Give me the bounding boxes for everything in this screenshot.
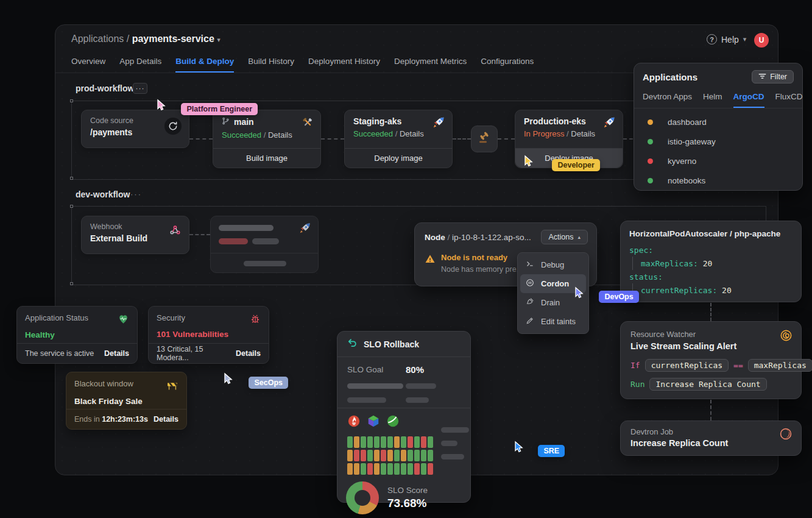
nav-tab[interactable]: Overview	[71, 57, 105, 73]
blackout-details-link[interactable]: Details	[154, 415, 178, 424]
staging-details-link[interactable]: Details	[400, 129, 424, 138]
production-name: Production-eks	[524, 116, 614, 126]
slo-grid-cell	[381, 463, 386, 475]
rocket-icon	[299, 222, 311, 236]
dev-workflow-menu-button[interactable]: ···	[130, 190, 142, 199]
app-switcher-chevron-icon[interactable]: ▾	[217, 36, 221, 43]
node-name: ip-10-8-1-122.ap-so...	[452, 233, 531, 242]
slo-rollback-panel: SLO Rollback SLO Goal 80% SLO Score 73.6…	[337, 331, 471, 503]
skeleton-bar	[244, 261, 286, 266]
skeleton-bar	[441, 441, 457, 446]
slo-grid-cell	[387, 463, 393, 475]
slo-grid-cell	[381, 436, 386, 448]
run-keyword: Run	[630, 380, 644, 389]
help-icon: ?	[707, 34, 717, 44]
devtron-job-title: Devtron Job	[630, 427, 791, 436]
slo-grid-cell	[414, 450, 420, 461]
slo-grid-cell	[401, 450, 406, 461]
slo-grid-cell	[361, 436, 366, 448]
connector	[453, 138, 471, 140]
security-details-link[interactable]: Details	[236, 349, 261, 358]
slo-grid-cell	[394, 463, 400, 475]
if-keyword: If	[630, 361, 640, 370]
applications-tab[interactable]: Devtron Apps	[643, 92, 692, 108]
approval-gate[interactable]	[471, 126, 498, 152]
application-status-details-link[interactable]: Details	[104, 349, 129, 358]
nav-tab[interactable]: Build History	[248, 57, 294, 73]
build-details-link[interactable]: Details	[268, 130, 292, 140]
applications-tab[interactable]: ArgoCD	[733, 92, 764, 108]
breadcrumb-root[interactable]: Applications	[71, 34, 124, 44]
help-chevron-icon: ▾	[743, 35, 747, 43]
staging-deploy-action[interactable]: Deploy image	[345, 148, 452, 168]
slo-rollback-title: SLO Rollback	[364, 339, 419, 349]
slo-grid-cell	[347, 450, 353, 461]
barrier-icon	[166, 379, 178, 394]
selection-handle[interactable]	[70, 177, 73, 180]
slo-grid-cell	[381, 450, 386, 461]
filter-button[interactable]: Filter	[752, 70, 794, 83]
connector	[189, 234, 210, 235]
brush-icon	[526, 297, 534, 308]
skeleton-bar	[441, 427, 469, 433]
slo-score-value: 73.68%	[387, 497, 428, 510]
condition-left-chip[interactable]: currentReplicas	[645, 359, 729, 372]
applications-tab[interactable]: Helm	[703, 92, 722, 108]
devtron-job-panel[interactable]: Devtron Job Increase Replica Count	[620, 420, 802, 456]
filter-icon	[758, 73, 766, 81]
staging-stage-card[interactable]: Staging-aks Succeeded / Details Deploy i…	[344, 110, 453, 168]
heartbeat-icon	[118, 313, 129, 327]
nav-tab[interactable]: App Details	[119, 57, 161, 73]
slo-goal-label: SLO Goal	[347, 365, 406, 374]
secops-label: SecOps	[249, 377, 288, 389]
menu-item-edit-taints[interactable]: Edit taints	[520, 312, 586, 331]
blackout-window-card[interactable]: Blackout window Black Friday Sale Ends i…	[66, 372, 187, 430]
application-list-item[interactable]: istio-gateway	[634, 132, 802, 151]
application-list-item[interactable]: notebooks	[634, 171, 802, 190]
resource-watcher-panel: Resource Watcher Live Stream Scaling Ale…	[620, 321, 802, 399]
help-label: Help	[721, 35, 739, 44]
condition-right-chip[interactable]: maxReplicas	[748, 359, 812, 372]
application-list-item[interactable]: dashboard	[634, 112, 802, 132]
applications-tab[interactable]: FluxCD	[775, 92, 803, 108]
application-list-item[interactable]: kyverno	[634, 151, 802, 171]
selection-handle[interactable]	[70, 99, 73, 102]
nav-tab[interactable]: Build & Deploy	[175, 57, 234, 73]
help-menu[interactable]: ? Help ▾	[707, 34, 746, 44]
selection-handle[interactable]	[70, 205, 73, 208]
selection-handle[interactable]	[70, 282, 73, 285]
build-stage-card[interactable]: main Succeeded / Details Build image	[213, 110, 321, 168]
terminal-icon	[526, 260, 534, 270]
blackout-title: Blackout window	[74, 379, 133, 388]
nav-tab[interactable]: Deployment History	[308, 57, 380, 73]
production-details-link[interactable]: Details	[571, 129, 595, 138]
nav-tab[interactable]: Deployment Metrics	[394, 57, 467, 73]
slo-grid-cell	[347, 463, 353, 475]
status-dot	[648, 178, 653, 183]
connector	[321, 138, 344, 140]
slo-grid-cell	[394, 450, 400, 461]
yaml-current-replicas: currentReplicas: 20	[632, 283, 793, 297]
security-card[interactable]: Security 101 Vulnerabilities 13 Critical…	[148, 306, 269, 364]
webhook-card[interactable]: Webhook External Build	[81, 216, 189, 254]
node-actions-button[interactable]: Actions ▴	[541, 230, 588, 244]
yaml-spec-key: spec:	[629, 243, 793, 257]
webhook-name: External Build	[90, 233, 180, 243]
code-source-card[interactable]: Code source /payments	[81, 110, 189, 148]
rollback-icon	[347, 338, 358, 350]
menu-item-debug[interactable]: Debug	[520, 255, 586, 274]
prod-workflow-menu-button[interactable]: ···	[133, 83, 147, 94]
blackout-countdown: 12h:23m:13s	[102, 415, 148, 424]
run-target-chip[interactable]: Increase Replica Count	[649, 378, 766, 391]
sre-label: SRE	[538, 445, 565, 457]
slo-grid-cell	[374, 450, 380, 461]
node-warning-title: Node is not ready	[441, 253, 523, 262]
application-status-card[interactable]: Application Status Healthy The service i…	[16, 306, 138, 364]
skeleton-bar	[441, 454, 464, 459]
slo-grid-cell	[408, 463, 413, 475]
build-image-action[interactable]: Build image	[213, 148, 320, 168]
slo-grid-cell	[374, 436, 380, 448]
nav-tab[interactable]: Configurations	[481, 57, 534, 73]
dev-workflow-title: dev-workflow	[76, 190, 130, 199]
avatar[interactable]: U	[754, 33, 769, 48]
